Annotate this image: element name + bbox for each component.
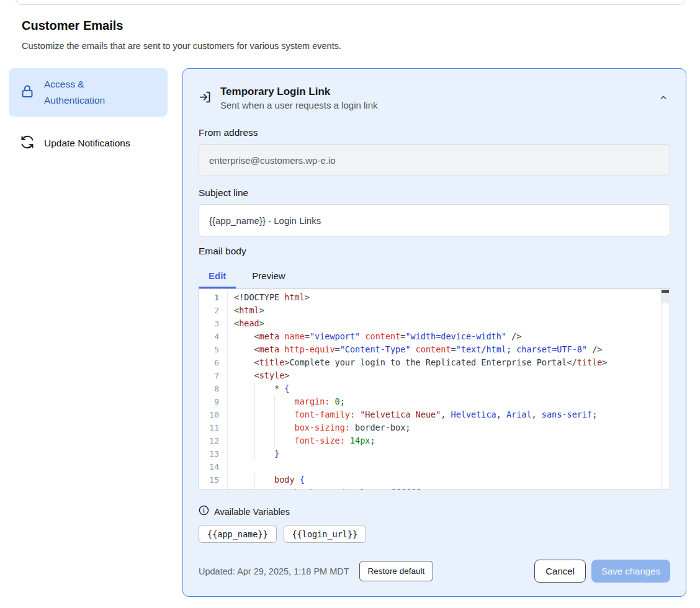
code-line: 11box-sizing: border-box; bbox=[199, 421, 670, 434]
code-line-content: * { bbox=[228, 382, 670, 395]
line-number: 15 bbox=[199, 473, 228, 486]
code-line-content: font-family: "Helvetica Neue", Helvetica… bbox=[228, 408, 670, 421]
code-line-content: <title>Complete your login to the Replic… bbox=[228, 356, 670, 369]
sidebar-item-access-authentication[interactable]: Access & Authentication bbox=[9, 68, 168, 117]
code-line: 13} bbox=[199, 447, 670, 460]
code-line: 2<html> bbox=[199, 304, 670, 317]
subject-line-label: Subject line bbox=[199, 187, 670, 199]
line-number: 11 bbox=[199, 421, 228, 434]
variable-chip[interactable]: {{login_url}} bbox=[284, 525, 367, 543]
line-number: 16 bbox=[199, 486, 228, 490]
code-line: 1<!DOCTYPE html> bbox=[199, 291, 670, 304]
code-line: 15body { bbox=[199, 473, 670, 486]
line-number: 3 bbox=[199, 317, 228, 330]
available-variables-label: Available Variables bbox=[214, 507, 290, 517]
code-line-content: <html> bbox=[228, 304, 670, 317]
available-variables-row: Available Variables bbox=[199, 505, 670, 518]
tab-edit[interactable]: Edit bbox=[199, 263, 236, 288]
panel-footer: Updated: Apr 29, 2025, 1:18 PM MDT Resto… bbox=[199, 560, 670, 583]
from-address-input[interactable] bbox=[199, 144, 670, 176]
line-number: 10 bbox=[199, 408, 228, 421]
code-line: 5<meta http-equiv="Content-Type" content… bbox=[199, 343, 670, 356]
code-line: 7<style> bbox=[199, 369, 670, 382]
lock-icon bbox=[20, 84, 35, 101]
temporary-login-link-panel: Temporary Login Link Sent when a user re… bbox=[182, 68, 686, 597]
line-number: 2 bbox=[199, 304, 228, 317]
subject-line-input[interactable] bbox=[199, 204, 670, 236]
customer-emails-page: Customer Emails Customize the emails tha… bbox=[0, 0, 700, 608]
code-line-content: <head> bbox=[228, 317, 670, 330]
code-line: 4<meta name="viewport" content="width=de… bbox=[199, 330, 670, 343]
code-line: 8* { bbox=[199, 382, 670, 395]
editor-scrollbar[interactable] bbox=[661, 289, 670, 490]
refresh-icon bbox=[20, 135, 35, 152]
panel-header-text: Temporary Login Link Sent when a user re… bbox=[220, 84, 377, 112]
page-title: Customer Emails bbox=[22, 19, 123, 33]
line-number: 14 bbox=[199, 460, 228, 473]
save-changes-button[interactable]: Save changes bbox=[591, 560, 670, 583]
email-types-sidebar: Access & AuthenticationUpdate Notificati… bbox=[9, 68, 168, 170]
editor-scrollbar-track-shade bbox=[662, 293, 669, 303]
code-line-content: background-color: #ffffff; bbox=[228, 486, 670, 490]
from-address-label: From address bbox=[199, 127, 670, 138]
code-line-content: <meta name="viewport" content="width=dev… bbox=[228, 330, 670, 343]
code-line: 6<title>Complete your login to the Repli… bbox=[199, 356, 670, 369]
previous-card-bottom-edge bbox=[16, 0, 686, 5]
code-line: 9margin: 0; bbox=[199, 395, 670, 408]
sidebar-item-label: Access & Authentication bbox=[44, 76, 131, 109]
code-line-content: <!DOCTYPE html> bbox=[228, 291, 670, 304]
line-number: 6 bbox=[199, 356, 228, 369]
code-lines: 1<!DOCTYPE html>2<html>3<head>4<meta nam… bbox=[199, 291, 670, 490]
sidebar-item-update-notifications[interactable]: Update Notifications bbox=[9, 127, 168, 160]
line-number: 4 bbox=[199, 330, 228, 343]
login-icon bbox=[199, 91, 212, 106]
info-icon bbox=[199, 505, 209, 518]
code-line: 16background-color: #ffffff; bbox=[199, 486, 670, 490]
line-number: 9 bbox=[199, 395, 228, 408]
line-number: 12 bbox=[199, 434, 228, 447]
updated-timestamp: Updated: Apr 29, 2025, 1:18 PM MDT bbox=[199, 566, 349, 576]
email-body-label: Email body bbox=[199, 246, 670, 257]
chevron-up-icon bbox=[659, 94, 668, 104]
code-line-content: } bbox=[228, 447, 670, 460]
restore-default-button[interactable]: Restore default bbox=[359, 561, 434, 581]
email-body-tabs: EditPreview bbox=[199, 263, 670, 288]
code-line-content: <meta http-equiv="Content-Type" content=… bbox=[228, 343, 670, 356]
line-number: 5 bbox=[199, 343, 228, 356]
code-line-content: body { bbox=[228, 473, 670, 486]
code-line-content bbox=[228, 460, 670, 473]
code-line-content: margin: 0; bbox=[228, 395, 670, 408]
code-line: 3<head> bbox=[199, 317, 670, 330]
panel-title: Temporary Login Link bbox=[220, 84, 377, 99]
page-subtitle: Customize the emails that are sent to yo… bbox=[22, 41, 341, 51]
line-number: 8 bbox=[199, 382, 228, 395]
email-body-code-editor[interactable]: 1<!DOCTYPE html>2<html>3<head>4<meta nam… bbox=[199, 288, 670, 490]
line-number: 7 bbox=[199, 369, 228, 382]
cancel-button[interactable]: Cancel bbox=[534, 560, 586, 583]
tab-preview[interactable]: Preview bbox=[241, 263, 296, 288]
collapse-panel-button[interactable] bbox=[657, 91, 670, 106]
code-line-content: <style> bbox=[228, 369, 670, 382]
variable-chip[interactable]: {{app_name}} bbox=[199, 525, 277, 543]
line-number: 13 bbox=[199, 447, 228, 460]
panel-subtitle: Sent when a user requests a login link bbox=[220, 99, 377, 112]
line-number: 1 bbox=[199, 291, 228, 304]
code-line-content: box-sizing: border-box; bbox=[228, 421, 670, 434]
code-line: 12font-size: 14px; bbox=[199, 434, 670, 447]
sidebar-item-label: Update Notifications bbox=[44, 135, 130, 151]
code-line: 10font-family: "Helvetica Neue", Helveti… bbox=[199, 408, 670, 421]
variable-chips: {{app_name}}{{login_url}} bbox=[199, 525, 670, 543]
code-line: 14 bbox=[199, 460, 670, 473]
code-line-content: font-size: 14px; bbox=[228, 434, 670, 447]
panel-header: Temporary Login Link Sent when a user re… bbox=[199, 84, 670, 112]
